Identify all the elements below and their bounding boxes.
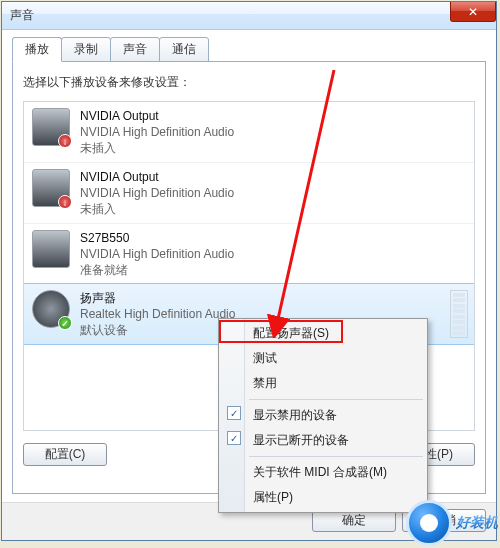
tabstrip: 播放 录制 声音 通信: [2, 36, 496, 61]
watermark-text: 好装机: [456, 514, 498, 532]
device-desc: NVIDIA High Definition Audio: [80, 246, 234, 262]
menu-show-disabled[interactable]: ✓显示禁用的设备: [221, 403, 425, 428]
status-badge-icon: ↓: [58, 195, 72, 209]
menu-separator: [249, 456, 423, 457]
speaker-icon: ✓: [32, 290, 70, 328]
device-name: 扬声器: [80, 290, 235, 306]
device-status: 默认设备: [80, 322, 235, 338]
instruction-text: 选择以下播放设备来修改设置：: [23, 74, 475, 91]
device-status: 未插入: [80, 140, 234, 156]
device-row[interactable]: ↓ NVIDIA Output NVIDIA High Definition A…: [24, 162, 474, 223]
device-status: 未插入: [80, 201, 234, 217]
menu-disable[interactable]: 禁用: [221, 371, 425, 396]
device-desc: Realtek High Definition Audio: [80, 306, 235, 322]
device-status: 准备就绪: [80, 262, 234, 278]
close-button[interactable]: ✕: [450, 2, 496, 22]
device-row[interactable]: ↓ NVIDIA Output NVIDIA High Definition A…: [24, 102, 474, 162]
device-name: NVIDIA Output: [80, 169, 234, 185]
tab-sounds[interactable]: 声音: [110, 37, 160, 62]
device-desc: NVIDIA High Definition Audio: [80, 185, 234, 201]
device-icon: ↓: [32, 108, 70, 146]
device-desc: NVIDIA High Definition Audio: [80, 124, 234, 140]
device-icon: [32, 230, 70, 268]
menu-configure-speakers[interactable]: 配置扬声器(S): [221, 321, 425, 346]
menu-show-disconnected[interactable]: ✓显示已断开的设备: [221, 428, 425, 453]
device-row[interactable]: S27B550 NVIDIA High Definition Audio 准备就…: [24, 223, 474, 284]
tab-communications[interactable]: 通信: [159, 37, 209, 62]
device-name: S27B550: [80, 230, 234, 246]
context-menu: 配置扬声器(S) 测试 禁用 ✓显示禁用的设备 ✓显示已断开的设备 关于软件 M…: [218, 318, 428, 513]
check-icon: ✓: [227, 406, 241, 420]
level-meter: [450, 290, 468, 338]
watermark: 好装机: [406, 500, 498, 546]
window-title: 声音: [10, 7, 34, 24]
tab-recording[interactable]: 录制: [61, 37, 111, 62]
tab-playback[interactable]: 播放: [12, 37, 62, 62]
status-badge-icon: ↓: [58, 134, 72, 148]
menu-test[interactable]: 测试: [221, 346, 425, 371]
menu-separator: [249, 399, 423, 400]
menu-properties[interactable]: 属性(P): [221, 485, 425, 510]
device-name: NVIDIA Output: [80, 108, 234, 124]
configure-button[interactable]: 配置(C): [23, 443, 107, 466]
status-badge-icon: ✓: [58, 316, 72, 330]
device-icon: ↓: [32, 169, 70, 207]
close-icon: ✕: [468, 5, 478, 19]
check-icon: ✓: [227, 431, 241, 445]
menu-about-midi[interactable]: 关于软件 MIDI 合成器(M): [221, 460, 425, 485]
watermark-logo-icon: [406, 500, 452, 546]
titlebar: 声音 ✕: [2, 2, 496, 30]
